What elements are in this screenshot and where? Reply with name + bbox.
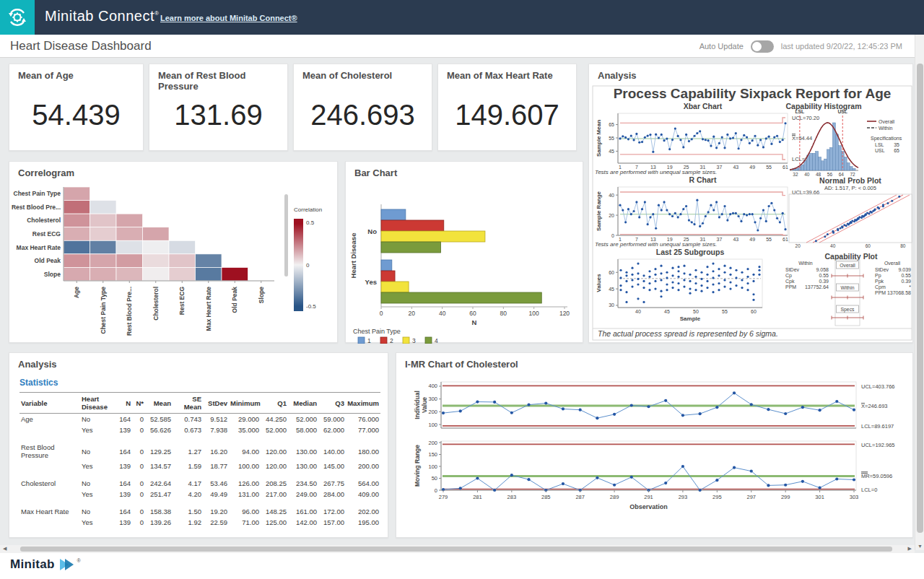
table-cell: 4.17: [173, 478, 203, 489]
table-cell: 200.00: [346, 461, 380, 471]
page-title: Heart Disease Dashboard: [10, 39, 152, 53]
auto-update-label: Auto Update: [699, 42, 744, 51]
table-cell: 130.00: [288, 442, 318, 461]
learn-more-link[interactable]: Learn more about Minitab Connect®: [160, 14, 297, 22]
column-header: SE Mean: [173, 393, 203, 414]
table-cell: 134.57: [145, 461, 173, 471]
svg-text:65: 65: [894, 148, 899, 153]
table-cell: 267.75: [318, 478, 346, 489]
minitab-footer-logo[interactable]: Minitab ®: [10, 557, 79, 572]
table-cell: 120.00: [261, 442, 288, 461]
svg-text:Rest ECG: Rest ECG: [32, 230, 61, 238]
svg-text:299: 299: [781, 494, 790, 500]
table-cell: 564.00: [346, 478, 380, 489]
svg-text:Xbar Chart: Xbar Chart: [684, 102, 723, 110]
table-cell: 161.00: [288, 506, 318, 517]
kpi-value: 246.693: [294, 99, 432, 131]
svg-text:Overall: Overall: [840, 263, 855, 268]
svg-text:Old Peak: Old Peak: [231, 287, 238, 313]
svg-text:40: 40: [830, 243, 836, 248]
panel-title: I-MR Chart of Cholesterol: [405, 359, 518, 370]
table-cell: 0: [132, 489, 145, 500]
table-cell: 56.626: [145, 425, 173, 435]
table-row: Rest Blood PressureNo1640129.251.2716.20…: [19, 442, 380, 461]
horizontal-scrollbar-thumb[interactable]: [20, 547, 892, 552]
table-cell: 19.20: [203, 506, 229, 517]
svg-text:Max Heart Rate: Max Heart Rate: [17, 244, 61, 251]
svg-text:Old Peak: Old Peak: [35, 257, 61, 264]
kpi-label: Mean of Rest Blood Pressure: [158, 70, 287, 92]
svg-text:100: 100: [428, 422, 437, 428]
scroll-down-arrow-icon[interactable]: ▼: [918, 544, 923, 549]
table-cell: 1.50: [173, 506, 203, 517]
table-cell: 126.00: [229, 478, 261, 489]
svg-text:Overall: Overall: [879, 119, 895, 124]
svg-text:Yes: Yes: [365, 278, 377, 286]
svg-text:61: 61: [783, 165, 788, 170]
svg-text:Slope: Slope: [258, 287, 265, 303]
horizontal-scrollbar[interactable]: ◀ ▶: [0, 545, 915, 553]
table-cell: 52.000: [261, 425, 288, 435]
svg-text:2: 2: [390, 337, 393, 344]
table-cell: 77.000: [346, 425, 380, 435]
auto-update-toggle[interactable]: [751, 40, 774, 53]
svg-text:0: 0: [306, 262, 310, 269]
svg-text:LSL: LSL: [875, 142, 884, 147]
table-cell: 0: [132, 414, 145, 425]
sixpack-report-chart: Process Capability Sixpack Report for Ag…: [589, 82, 914, 344]
table-cell: No: [80, 506, 118, 517]
table-cell: Age: [19, 414, 80, 425]
vertical-scrollbar[interactable]: ▼: [915, 35, 924, 550]
svg-text:Within: Within: [879, 126, 893, 131]
table-cell: 53.46: [203, 478, 229, 489]
table-cell: 409.00: [346, 489, 380, 500]
column-header: Minimum: [229, 393, 261, 414]
svg-text:295: 295: [712, 494, 722, 500]
table-cell: 94.00: [229, 442, 261, 461]
svg-text:45: 45: [609, 287, 614, 292]
table-row: Yes1390139.261.9222.5971.00125.00142.001…: [19, 517, 380, 528]
svg-text:49: 49: [749, 165, 755, 170]
svg-text:Cholesterol: Cholesterol: [152, 287, 160, 321]
svg-text:Rest Blood Pre...: Rest Blood Pre...: [126, 287, 133, 336]
scroll-right-arrow-icon[interactable]: ▶: [908, 546, 912, 552]
correlogram-heatmap: Chest Pain TypeRest Blood Pre...Choleste…: [9, 180, 339, 342]
table-cell: [19, 517, 80, 528]
table-cell: 22.59: [203, 517, 229, 528]
statistics-table: VariableHeart DiseaseNN*MeanSE MeanStDev…: [19, 392, 380, 528]
kpi-card-mean-age: Mean of Age 54.439: [9, 64, 144, 151]
svg-text:USL: USL: [875, 148, 885, 153]
scroll-left-arrow-icon[interactable]: ◀: [3, 546, 6, 552]
minitab-connect-logo[interactable]: [0, 0, 35, 35]
table-cell: 58.000: [288, 425, 318, 435]
svg-text:150: 150: [428, 451, 437, 458]
svg-text:40: 40: [804, 172, 810, 177]
column-header: Q1: [261, 393, 288, 414]
svg-text:The actual process spread is r: The actual process spread is represented…: [598, 329, 778, 338]
table-cell: 0.673: [173, 425, 203, 435]
svg-text:0.5: 0.5: [306, 219, 315, 226]
svg-text:200: 200: [428, 440, 437, 446]
table-row: CholesterolNo1640242.644.1753.46126.0020…: [19, 478, 380, 489]
svg-text:40: 40: [635, 309, 641, 314]
table-cell: 71.00: [229, 517, 261, 528]
svg-text:60: 60: [469, 310, 476, 317]
table-cell: Yes: [80, 489, 118, 500]
svg-text:Value: Value: [421, 397, 428, 413]
svg-text:Cpm: Cpm: [875, 284, 886, 290]
page-footer: Minitab ®: [0, 553, 924, 579]
svg-text:0.55: 0.55: [901, 273, 911, 278]
svg-text:55: 55: [722, 309, 728, 314]
vertical-scrollbar-thumb[interactable]: [917, 64, 923, 533]
table-cell: 52.000: [288, 414, 318, 425]
svg-text:Observation: Observation: [629, 503, 668, 510]
svg-text:281: 281: [473, 494, 482, 500]
svg-text:Specifications: Specifications: [871, 136, 902, 142]
svg-text:Process Capability Sixpack Rep: Process Capability Sixpack Report for Ag…: [614, 86, 892, 101]
table-cell: 62.000: [318, 425, 346, 435]
svg-text:43: 43: [733, 237, 738, 242]
svg-text:20: 20: [796, 243, 801, 248]
table-cell: 59.000: [318, 414, 346, 425]
table-cell: 100.00: [229, 461, 261, 471]
table-cell: No: [80, 414, 118, 425]
